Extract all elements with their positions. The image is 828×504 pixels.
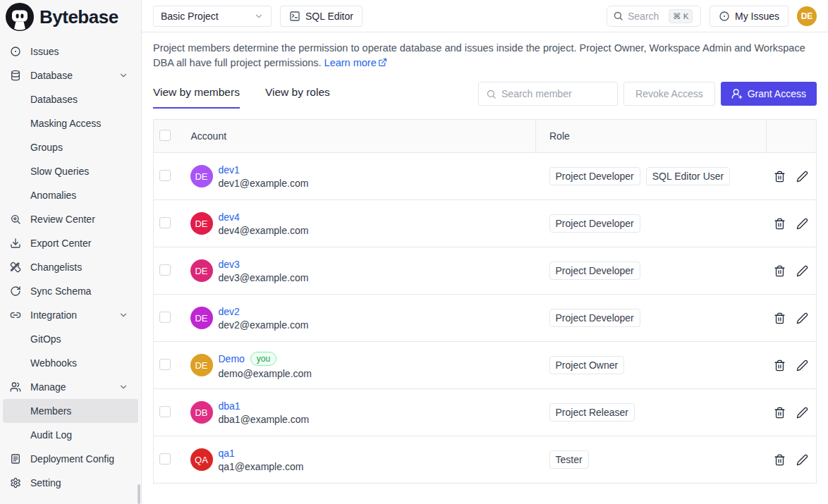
members-page: Project members determine the permission… <box>142 32 828 504</box>
learn-more-link[interactable]: Learn more <box>324 57 377 68</box>
members-toolbar: View by members View by roles Revoke Acc… <box>153 82 817 109</box>
sidebar-item-database[interactable]: Database <box>3 63 138 87</box>
row-checkbox[interactable] <box>159 264 171 276</box>
member-email: dev1@example.com <box>219 178 309 189</box>
search-shortcut-badge: ⌘ K <box>669 9 693 23</box>
edit-member-button[interactable] <box>796 454 808 466</box>
avatar: DE <box>190 354 213 376</box>
edit-member-button[interactable] <box>796 265 808 277</box>
edit-member-button[interactable] <box>796 218 808 230</box>
avatar: DE <box>190 212 213 235</box>
sidebar: Bytebase Issues Database Databases Maski… <box>0 0 142 504</box>
member-search-input[interactable] <box>501 88 629 99</box>
sidebar-item-anomalies[interactable]: Anomalies <box>3 183 138 207</box>
sidebar-item-groups[interactable]: Groups <box>3 135 138 159</box>
row-checkbox[interactable] <box>159 312 171 323</box>
edit-member-button[interactable] <box>796 407 808 419</box>
edit-member-button[interactable] <box>796 312 808 324</box>
global-search-input[interactable] <box>628 11 664 22</box>
role-badges: Project Developer <box>549 214 767 233</box>
delete-member-button[interactable] <box>774 171 786 183</box>
sidebar-item-setting[interactable]: Setting <box>3 471 138 495</box>
row-checkbox[interactable] <box>159 359 171 370</box>
member-name-link[interactable]: dba1 <box>219 400 241 412</box>
column-header-role: Role <box>536 120 767 153</box>
sidebar-item-integration[interactable]: Integration <box>3 303 138 327</box>
sidebar-item-review-center[interactable]: Review Center <box>3 207 138 231</box>
row-checkbox[interactable] <box>159 406 171 417</box>
member-name-link[interactable]: dev3 <box>219 259 240 270</box>
avatar: DB <box>190 401 213 424</box>
sidebar-item-members[interactable]: Members <box>3 399 138 423</box>
tab-view-by-members[interactable]: View by members <box>153 86 240 109</box>
my-issues-button[interactable]: My Issues <box>710 6 789 27</box>
revoke-access-button[interactable]: Revoke Access <box>623 82 715 106</box>
sidebar-item-deployment-config[interactable]: Deployment Config <box>3 447 138 471</box>
sidebar-item-export-center[interactable]: Export Center <box>3 231 138 255</box>
role-badge: Project Developer <box>549 214 640 233</box>
gear-icon <box>10 477 21 488</box>
tab-view-by-roles[interactable]: View by roles <box>265 86 330 109</box>
sidebar-item-slow-queries[interactable]: Slow Queries <box>3 159 138 183</box>
row-checkbox[interactable] <box>159 217 171 228</box>
delete-member-button[interactable] <box>774 218 786 230</box>
sql-editor-button[interactable]: SQL Editor <box>280 6 363 27</box>
refresh-icon <box>10 285 21 297</box>
avatar: DE <box>190 165 213 188</box>
sidebar-item-webhooks[interactable]: Webhooks <box>3 351 138 375</box>
circle-dot-icon <box>10 46 21 57</box>
members-table: Account Role DE dev1 dev1@example.com Pr <box>153 119 817 484</box>
download-icon <box>10 238 21 249</box>
delete-member-button[interactable] <box>774 359 786 371</box>
sidebar-item-sync-schema[interactable]: Sync Schema <box>3 279 138 303</box>
row-checkbox[interactable] <box>159 453 171 465</box>
select-all-checkbox[interactable] <box>159 130 171 141</box>
link-icon <box>10 309 21 321</box>
avatar: DE <box>190 259 213 282</box>
chevron-down-icon <box>118 310 128 320</box>
grant-access-button[interactable]: Grant Access <box>721 82 817 106</box>
sidebar-item-issues[interactable]: Issues <box>3 39 138 63</box>
brand-wordmark: Bytebase <box>39 6 118 28</box>
sidebar-scrollbar[interactable] <box>138 484 140 504</box>
avatar: QA <box>190 448 213 471</box>
project-select[interactable]: Basic Project <box>153 6 272 27</box>
brand[interactable]: Bytebase <box>0 0 141 34</box>
member-name-link[interactable]: dev2 <box>219 306 240 317</box>
sidebar-item-changelists[interactable]: Changelists <box>3 255 138 279</box>
member-name-link[interactable]: dev4 <box>219 211 240 223</box>
chevron-down-icon <box>254 11 264 21</box>
database-icon <box>10 70 21 81</box>
sidebar-item-audit-log[interactable]: Audit Log <box>3 423 138 447</box>
member-name-link[interactable]: qa1 <box>219 448 235 459</box>
table-row: DB dba1 dba1@example.com Project Release… <box>154 389 817 436</box>
toolbar-actions: Revoke Access Grant Access <box>478 82 817 109</box>
role-badge: Tester <box>549 450 589 469</box>
member-name-link[interactable]: dev1 <box>219 164 240 176</box>
topbar-right: ⌘ K My Issues DE <box>607 6 817 27</box>
sidebar-item-masking-access[interactable]: Masking Access <box>3 111 138 135</box>
sidebar-item-gitops[interactable]: GitOps <box>3 327 138 351</box>
user-avatar[interactable]: DE <box>797 6 817 26</box>
sidebar-item-manage[interactable]: Manage <box>3 375 138 399</box>
role-badges: Project Owner <box>549 356 767 374</box>
file-lines-icon <box>10 453 21 465</box>
member-search <box>478 82 618 106</box>
global-search[interactable]: ⌘ K <box>607 6 701 27</box>
project-select-value: Basic Project <box>161 11 248 22</box>
chevron-down-icon <box>118 70 128 80</box>
delete-member-button[interactable] <box>774 312 786 324</box>
bytebase-logo-icon <box>6 3 34 31</box>
row-checkbox[interactable] <box>159 170 171 181</box>
edit-member-button[interactable] <box>796 359 808 371</box>
role-badge: Project Releaser <box>549 403 635 422</box>
delete-member-button[interactable] <box>774 407 786 419</box>
table-row: DE dev1 dev1@example.com Project Develop… <box>154 153 817 200</box>
table-row: DE dev2 dev2@example.com Project Develop… <box>154 295 817 342</box>
member-name-link[interactable]: Demo <box>219 353 245 364</box>
member-email: dba1@example.com <box>219 414 310 425</box>
sidebar-item-databases[interactable]: Databases <box>3 87 138 111</box>
edit-member-button[interactable] <box>796 171 808 183</box>
delete-member-button[interactable] <box>774 454 786 466</box>
delete-member-button[interactable] <box>774 265 786 277</box>
